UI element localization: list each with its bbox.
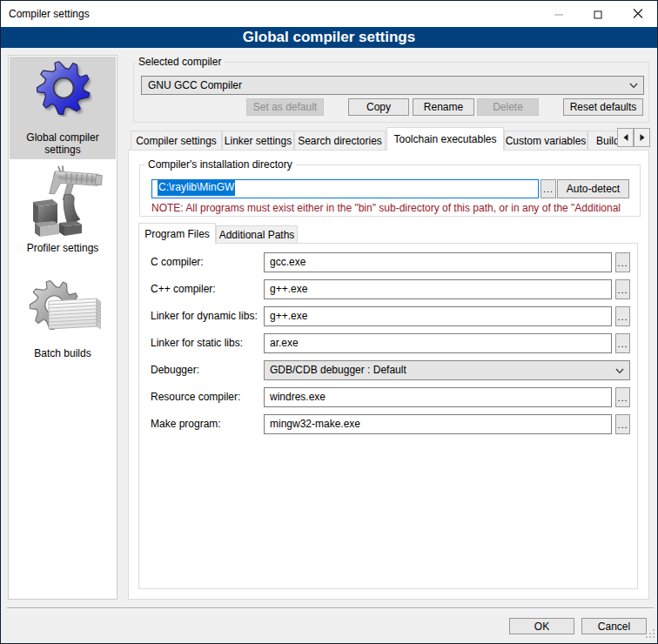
maximize-icon bbox=[594, 10, 601, 18]
debugger-combobox-value: GDB/CDB debugger : Default bbox=[270, 364, 406, 376]
delete-button[interactable]: Delete bbox=[477, 98, 539, 116]
copy-button[interactable]: Copy bbox=[348, 98, 409, 116]
installation-directory-group-label: Compiler's installation directory bbox=[144, 158, 296, 171]
tab-scroll-right-button[interactable] bbox=[634, 128, 650, 147]
tab-toolchain-executables[interactable]: Toolchain executables bbox=[386, 127, 504, 151]
note-text: NOTE: All programs must exist either in … bbox=[151, 202, 622, 214]
field-label-resource-compiler: Resource compiler: bbox=[151, 387, 240, 407]
compiler-combobox-value: GNU GCC Compiler bbox=[148, 79, 242, 91]
tab-compiler-settings[interactable]: Compiler settings bbox=[131, 131, 222, 150]
arrow-right-icon bbox=[640, 134, 645, 141]
minimize-button bbox=[539, 2, 578, 27]
cpp-compiler-browse-button[interactable]: ... bbox=[615, 279, 630, 299]
tab-build-options[interactable]: Build options bbox=[588, 131, 617, 150]
chevron-down-icon bbox=[629, 83, 637, 88]
make-program-browse-button[interactable]: ... bbox=[615, 414, 630, 434]
footer-divider bbox=[7, 607, 654, 609]
static-linker-input[interactable]: ar.exe bbox=[264, 333, 612, 353]
cpp-compiler-input[interactable]: g++.exe bbox=[264, 279, 612, 299]
field-label-make-program: Make program: bbox=[151, 414, 221, 434]
field-label-cpp-compiler: C++ compiler: bbox=[151, 279, 216, 299]
tab-search-directories[interactable]: Search directories bbox=[294, 131, 386, 150]
batch-builds-icon[interactable] bbox=[28, 280, 101, 340]
compiler-gear-icon[interactable] bbox=[35, 59, 92, 119]
browse-directory-button[interactable]: ... bbox=[540, 179, 556, 198]
auto-detect-button[interactable]: Auto-detect bbox=[557, 179, 629, 198]
chevron-down-icon bbox=[615, 368, 623, 373]
tab-linker-settings[interactable]: Linker settings bbox=[222, 131, 294, 150]
profiler-caliper-icon[interactable] bbox=[26, 165, 103, 241]
field-label-static-linker: Linker for static libs: bbox=[151, 333, 243, 353]
minimize-icon bbox=[554, 14, 563, 15]
resource-compiler-input[interactable]: windres.exe bbox=[264, 387, 612, 407]
static-linker-browse-button[interactable]: ... bbox=[615, 333, 630, 353]
rename-button[interactable]: Rename bbox=[413, 98, 474, 116]
selected-text: C:\raylib\MinGW bbox=[158, 179, 235, 196]
tab-program-files[interactable]: Program Files bbox=[138, 223, 216, 244]
maximize-button[interactable] bbox=[578, 2, 617, 27]
installation-directory-input[interactable]: C:\raylib\MinGW bbox=[151, 179, 539, 198]
page-title: Global compiler settings bbox=[1, 27, 657, 48]
resize-grip-icon bbox=[646, 629, 655, 638]
tab-additional-paths[interactable]: Additional Paths bbox=[216, 225, 298, 243]
compiler-combobox[interactable]: GNU GCC Compiler bbox=[141, 76, 644, 95]
c-compiler-browse-button[interactable]: ... bbox=[615, 252, 630, 272]
tab-custom-variables[interactable]: Custom variables bbox=[504, 131, 588, 150]
ok-button[interactable]: OK bbox=[509, 618, 574, 634]
debugger-combobox[interactable]: GDB/CDB debugger : Default bbox=[264, 360, 630, 380]
c-compiler-input[interactable]: gcc.exe bbox=[264, 252, 612, 272]
field-label-dynamic-linker: Linker for dynamic libs: bbox=[151, 306, 258, 326]
installation-directory-group: Compiler's installation directory C:\ray… bbox=[139, 164, 641, 217]
sidebar-label-profiler-settings[interactable]: Profiler settings bbox=[9, 242, 117, 254]
sidebar-label-batch-builds[interactable]: Batch builds bbox=[9, 347, 117, 359]
set-as-default-button[interactable]: Set as default bbox=[246, 98, 324, 116]
cancel-button[interactable]: Cancel bbox=[581, 618, 647, 634]
resize-grip[interactable] bbox=[646, 628, 655, 641]
window-title: Compiler settings bbox=[9, 1, 90, 27]
close-button[interactable] bbox=[618, 2, 657, 27]
sidebar: Global compiler settings bbox=[8, 55, 118, 600]
tab-scroll-left-button[interactable] bbox=[617, 128, 634, 147]
arrow-left-icon bbox=[623, 134, 628, 141]
close-icon bbox=[633, 9, 642, 21]
sidebar-label-global-compiler-settings[interactable]: Global compiler settings bbox=[9, 131, 117, 156]
selected-compiler-group: Selected compiler GNU GCC Compiler Set a… bbox=[133, 62, 649, 123]
selected-compiler-group-label: Selected compiler bbox=[135, 56, 225, 68]
resource-compiler-browse-button[interactable]: ... bbox=[615, 387, 630, 407]
compiler-settings-dialog: Compiler settings Global compiler settin… bbox=[0, 0, 658, 644]
dynamic-linker-browse-button[interactable]: ... bbox=[615, 306, 630, 326]
reset-defaults-button[interactable]: Reset defaults bbox=[563, 98, 643, 116]
field-label-debugger: Debugger: bbox=[151, 360, 199, 380]
field-label-c-compiler: C compiler: bbox=[151, 252, 204, 272]
make-program-input[interactable]: mingw32-make.exe bbox=[264, 414, 612, 434]
dynamic-linker-input[interactable]: g++.exe bbox=[264, 306, 612, 326]
